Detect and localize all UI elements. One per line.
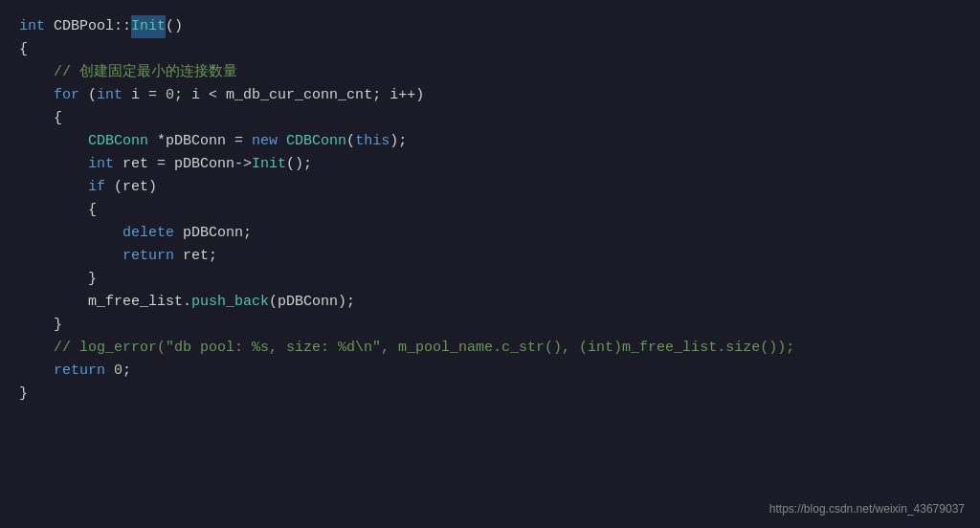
code-line: } bbox=[19, 383, 961, 406]
code-token: return bbox=[54, 360, 105, 383]
code-token bbox=[19, 245, 122, 268]
code-line: { bbox=[19, 38, 961, 61]
code-token bbox=[19, 130, 88, 153]
code-line: int ret = pDBConn->Init(); bbox=[19, 153, 961, 176]
code-token: CDBPool:: bbox=[45, 15, 131, 38]
code-token: ; i < m_db_cur_conn_cnt; i++) bbox=[174, 84, 424, 107]
code-token: (ret) bbox=[105, 176, 157, 199]
code-line: return ret; bbox=[19, 245, 961, 268]
code-token: new bbox=[252, 130, 278, 153]
code-token: delete bbox=[122, 222, 174, 245]
code-token: { bbox=[19, 38, 28, 61]
code-line: { bbox=[19, 107, 961, 130]
code-token bbox=[19, 61, 54, 84]
code-line: } bbox=[19, 314, 961, 337]
code-token: if bbox=[88, 176, 105, 199]
code-token: i = bbox=[122, 84, 166, 107]
code-token: CDBConn bbox=[286, 130, 346, 153]
code-token: // log_error("db pool: %s, size: %d\n", … bbox=[54, 337, 794, 360]
code-token: } bbox=[19, 314, 62, 337]
code-line: CDBConn *pDBConn = new CDBConn(this); bbox=[19, 130, 961, 153]
code-token bbox=[19, 222, 122, 245]
code-token: Init bbox=[131, 15, 166, 38]
code-token: *pDBConn = bbox=[148, 130, 252, 153]
code-token: (); bbox=[286, 153, 312, 176]
code-line: delete pDBConn; bbox=[19, 222, 961, 245]
code-line: return 0; bbox=[19, 360, 961, 383]
code-token: Init bbox=[252, 153, 286, 176]
code-token bbox=[19, 176, 88, 199]
code-token: int bbox=[88, 153, 114, 176]
code-line: { bbox=[19, 199, 961, 222]
code-token: pDBConn; bbox=[174, 222, 252, 245]
code-token: // 创建固定最小的连接数量 bbox=[54, 61, 237, 84]
code-line: } bbox=[19, 268, 961, 291]
code-token: int bbox=[97, 84, 122, 107]
watermark: https://blog.csdn.net/weixin_43679037 bbox=[769, 500, 965, 518]
code-token: { bbox=[19, 107, 62, 130]
code-token: int bbox=[19, 15, 45, 38]
code-line: for (int i = 0; i < m_db_cur_conn_cnt; i… bbox=[19, 84, 961, 107]
code-token: this bbox=[355, 130, 390, 153]
code-token bbox=[19, 360, 54, 383]
code-line: // log_error("db pool: %s, size: %d\n", … bbox=[19, 337, 961, 360]
code-token: } bbox=[19, 383, 28, 406]
code-token: return bbox=[122, 245, 174, 268]
code-token: { bbox=[19, 199, 97, 222]
code-token: for bbox=[54, 84, 79, 107]
code-line: int CDBPool::Init() bbox=[19, 15, 961, 38]
code-token: ( bbox=[79, 84, 97, 107]
code-token: ret; bbox=[174, 245, 217, 268]
code-token: () bbox=[166, 15, 183, 38]
code-token: } bbox=[19, 268, 97, 291]
code-token: CDBConn bbox=[88, 130, 148, 153]
code-token: ; bbox=[122, 360, 131, 383]
code-token bbox=[19, 153, 88, 176]
code-token: ( bbox=[346, 130, 355, 153]
code-block: int CDBPool::Init(){ // 创建固定最小的连接数量 for … bbox=[19, 15, 961, 406]
code-token bbox=[278, 130, 286, 153]
code-line: m_free_list.push_back(pDBConn); bbox=[19, 291, 961, 314]
code-token: 0 bbox=[114, 360, 122, 383]
code-token: 0 bbox=[166, 84, 174, 107]
code-token: ); bbox=[390, 130, 407, 153]
code-line: // 创建固定最小的连接数量 bbox=[19, 61, 961, 84]
code-token: (pDBConn); bbox=[269, 291, 355, 314]
code-line: if (ret) bbox=[19, 176, 961, 199]
code-token: ret = pDBConn-> bbox=[114, 153, 252, 176]
code-token bbox=[105, 360, 114, 383]
code-token: m_free_list. bbox=[19, 291, 191, 314]
code-viewer: int CDBPool::Init(){ // 创建固定最小的连接数量 for … bbox=[0, 0, 980, 528]
code-token bbox=[19, 337, 54, 360]
code-token bbox=[19, 84, 54, 107]
code-token: push_back bbox=[191, 291, 269, 314]
